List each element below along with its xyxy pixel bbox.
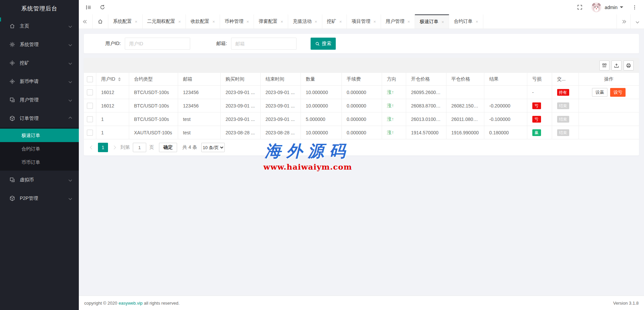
chevron-up-icon [69, 117, 72, 120]
tab-close-icon[interactable]: × [441, 19, 444, 25]
tab-close-icon[interactable]: × [315, 19, 317, 24]
set-loss-button[interactable]: 设亏 [610, 88, 626, 97]
chevron-down-icon [69, 197, 72, 200]
email-input[interactable] [231, 38, 297, 50]
column-header[interactable]: 手续费 [341, 73, 382, 86]
copyright-link[interactable]: easyweb.vip [118, 301, 143, 306]
sort-icon[interactable] [118, 77, 121, 81]
cell-actions [579, 99, 639, 113]
cell-open-price: 26095.260000 [406, 86, 446, 99]
column-header[interactable]: 结束时间 [260, 73, 301, 86]
tabs-scroll-right-button[interactable] [616, 14, 630, 29]
column-header-label: 结束时间 [266, 76, 284, 82]
filter-columns-button[interactable] [599, 60, 609, 71]
column-header[interactable]: 购买时间 [220, 73, 260, 86]
current-page[interactable]: 1 [98, 143, 108, 152]
tab-close-icon[interactable]: × [476, 19, 478, 24]
select-all-checkbox[interactable] [87, 76, 93, 82]
column-header-label: 平仓价格 [451, 76, 470, 82]
sidebar-subitem[interactable]: 合约订单 [0, 142, 79, 156]
column-header[interactable]: 邮箱 [178, 73, 220, 86]
tab-close-icon[interactable]: × [280, 19, 283, 24]
cell-direction: 涨↑ [382, 99, 406, 113]
tab-item[interactable]: 挖矿× [322, 14, 347, 29]
tab-item[interactable]: 用户管理× [381, 14, 415, 29]
per-page-select[interactable]: 10 条/页 [201, 143, 225, 152]
sidebar-item[interactable]: 新币申请 [0, 72, 79, 91]
more-menu-icon[interactable] [632, 5, 637, 10]
tab-item[interactable]: 二元期权配置× [143, 14, 186, 29]
set-win-button[interactable]: 设赢 [592, 88, 607, 97]
tab-close-icon[interactable]: × [339, 19, 342, 24]
column-header[interactable]: 用户ID [96, 73, 129, 86]
tab-close-icon[interactable]: × [247, 19, 249, 24]
tab-close-icon[interactable]: × [178, 19, 181, 24]
print-button[interactable] [624, 60, 634, 71]
cell-result: -0.200000 [484, 99, 527, 113]
cell-amount: 10.000000 [301, 99, 341, 113]
tab-label: 币种管理 [225, 18, 244, 25]
tab-item[interactable]: 弹窗配置× [254, 14, 288, 29]
column-header[interactable]: 合约类型 [129, 73, 178, 86]
column-header-label: 购买时间 [226, 76, 245, 82]
tab-close-icon[interactable]: × [135, 19, 138, 24]
tab-active[interactable]: 极速订单× [415, 14, 449, 29]
tabs-scroll-left-button[interactable] [79, 14, 93, 29]
user-menu[interactable]: admin [605, 5, 623, 10]
sidebar-item-label: 系统管理 [20, 42, 69, 48]
row-checkbox[interactable] [87, 130, 93, 136]
tab-item[interactable]: 币种管理× [220, 14, 254, 29]
home-icon [98, 19, 103, 24]
column-header[interactable]: 平仓价格 [446, 73, 484, 86]
status-badge: 结束 [557, 116, 569, 123]
sidebar-item[interactable]: 用户管理 [0, 91, 79, 109]
avatar[interactable] [591, 2, 601, 12]
column-header[interactable]: 亏损 [527, 73, 552, 86]
confirm-page-button[interactable]: 确定 [159, 143, 177, 152]
tab-item[interactable]: 收款配置× [186, 14, 220, 29]
export-button[interactable] [611, 60, 622, 71]
sidebar-item[interactable]: P2P管理 [0, 189, 79, 208]
cell-status: 结束 [552, 113, 579, 126]
column-header[interactable]: 结果 [484, 73, 527, 86]
column-header[interactable]: 开仓价格 [406, 73, 446, 86]
cell-actions [579, 126, 639, 139]
row-checkbox[interactable] [87, 116, 93, 122]
tab-item[interactable]: 充值活动× [288, 14, 322, 29]
sidebar-subitem[interactable]: 极速订单 [0, 129, 79, 142]
row-checkbox[interactable] [87, 103, 93, 109]
tab-close-icon[interactable]: × [212, 19, 215, 24]
tab-item[interactable]: 合约订单× [449, 14, 483, 29]
tab-item[interactable]: 系统配置× [108, 14, 143, 29]
sidebar-item[interactable]: 虚拟币 [0, 171, 79, 189]
row-checkbox[interactable] [87, 89, 93, 95]
column-header[interactable]: 方向 [382, 73, 406, 86]
cell-close-price [446, 86, 484, 99]
sidebar-scroll-thumb[interactable] [0, 17, 1, 21]
prev-page-button[interactable] [88, 146, 96, 149]
tabs-dropdown-button[interactable] [630, 14, 644, 29]
sidebar-item[interactable]: 挖矿 [0, 54, 79, 72]
search-button[interactable]: 搜索 [311, 38, 336, 50]
tab-close-icon[interactable]: × [373, 19, 376, 24]
next-page-button[interactable] [110, 146, 118, 149]
fullscreen-icon[interactable] [577, 4, 583, 10]
cell-open-price: 26083.870000 [406, 99, 446, 113]
tab-home[interactable] [93, 14, 108, 29]
sidebar-item[interactable]: 主页 [0, 17, 79, 35]
column-header[interactable]: 交... [552, 73, 579, 86]
collapse-sidebar-icon[interactable] [86, 4, 92, 10]
column-header[interactable]: 数量 [301, 73, 341, 86]
sidebar-item[interactable]: 订单管理 [0, 109, 79, 128]
user-id-input[interactable] [125, 38, 190, 50]
column-header-label: 开仓价格 [411, 76, 430, 82]
refresh-icon[interactable] [100, 4, 105, 10]
table-row: 1XAUT/USDT-100stest2023-08-28 ...2023-08… [84, 126, 639, 139]
goto-page-input[interactable] [133, 143, 146, 152]
tab-close-icon[interactable]: × [408, 19, 410, 24]
tab-item[interactable]: 项目管理× [347, 14, 381, 29]
sidebar-item[interactable]: 系统管理 [0, 35, 79, 54]
column-header[interactable]: 操作 [579, 73, 639, 86]
print-icon [626, 63, 631, 68]
sidebar-subitem[interactable]: 币币订单 [0, 156, 79, 169]
